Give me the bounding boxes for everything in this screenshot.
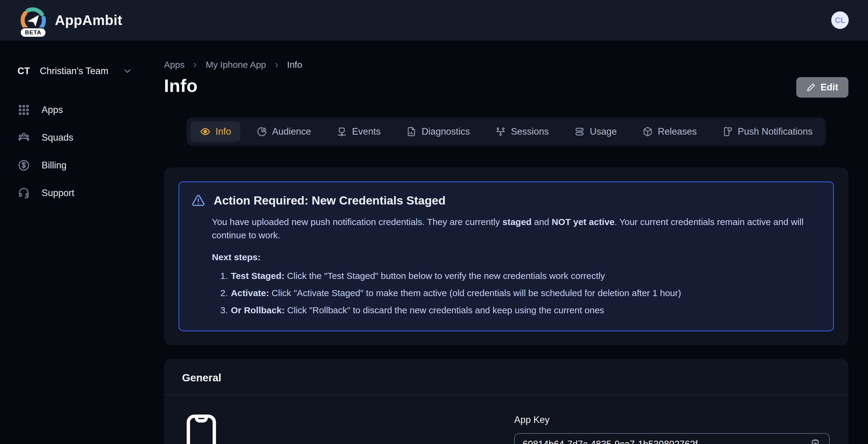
user-avatar[interactable]: CL: [831, 11, 849, 29]
tab-push-notifications[interactable]: Push Notifications: [713, 121, 822, 142]
file-chart-icon: [406, 126, 417, 137]
eye-icon: [200, 126, 211, 137]
sidebar-item-label: Billing: [41, 160, 67, 171]
squads-users-icon: [18, 131, 30, 144]
pie-chart-icon: [256, 126, 267, 137]
tab-bar: Info Audience Events: [187, 118, 826, 146]
page-title: Info: [164, 75, 198, 96]
sidebar-item-squads[interactable]: Squads: [18, 131, 164, 144]
sidebar-item-label: Squads: [41, 132, 73, 143]
step-rollback: 3.Or Rollback: Click "Rollback" to disca…: [220, 305, 820, 315]
breadcrumb-apps[interactable]: Apps: [164, 60, 184, 70]
sidebar-item-billing[interactable]: Billing: [18, 159, 164, 172]
app-key-label: App Key: [514, 414, 550, 425]
warning-triangle-icon: [191, 194, 205, 208]
tab-label: Info: [216, 126, 231, 137]
sidebar-item-support[interactable]: Support: [18, 187, 164, 199]
sidebar: CT Christian's Team Apps: [0, 40, 164, 444]
tab-events[interactable]: Events: [327, 121, 390, 142]
general-section-title: General: [182, 372, 830, 384]
main-content: Apps My Iphone App Info Info Edit: [164, 40, 868, 444]
team-name: Christian's Team: [40, 66, 108, 76]
breadcrumb: Apps My Iphone App Info: [164, 60, 848, 70]
app-logo: BETA: [19, 6, 47, 34]
next-steps-label: Next steps:: [212, 252, 820, 262]
sidebar-item-apps[interactable]: Apps: [18, 104, 164, 116]
alert-body: You have uploaded new push notification …: [212, 215, 820, 242]
app-key-input[interactable]: [523, 439, 809, 444]
breadcrumb-app-name[interactable]: My Iphone App: [206, 60, 266, 70]
events-node-icon: [336, 126, 347, 137]
tab-label: Sessions: [511, 126, 549, 137]
tab-label: Diagnostics: [422, 126, 470, 137]
brand-name: AppAmbit: [55, 12, 122, 28]
apps-grid-icon: [18, 104, 30, 116]
phone-message-icon: [722, 126, 733, 137]
tab-label: Events: [352, 126, 381, 137]
step-activate: 2.Activate: Click "Activate Staged" to m…: [220, 288, 820, 298]
breadcrumb-current: Info: [287, 60, 302, 70]
tab-audience[interactable]: Audience: [247, 121, 320, 142]
brand: BETA AppAmbit: [19, 6, 122, 34]
tab-diagnostics[interactable]: Diagnostics: [397, 121, 479, 142]
smartphone-icon: [184, 413, 514, 444]
package-cube-icon: [642, 126, 653, 137]
tab-releases[interactable]: Releases: [633, 121, 706, 142]
step-test-staged: 1.Test Staged: Click the "Test Staged" b…: [220, 271, 820, 281]
tab-label: Audience: [272, 126, 311, 137]
app-key-field: [514, 433, 830, 444]
alert-card: Action Required: New Credentials Staged …: [164, 167, 848, 345]
edit-button-label: Edit: [820, 82, 838, 93]
chevron-down-icon: [122, 66, 133, 76]
tab-usage[interactable]: Usage: [565, 121, 626, 142]
server-icon: [574, 126, 585, 137]
team-initials: CT: [18, 66, 40, 76]
tab-label: Usage: [590, 126, 617, 137]
credentials-staged-alert: Action Required: New Credentials Staged …: [179, 181, 834, 331]
top-bar: BETA AppAmbit CL: [0, 0, 868, 40]
support-headset-icon: [18, 187, 30, 199]
sessions-network-icon: [495, 126, 506, 137]
edit-button[interactable]: Edit: [796, 77, 848, 98]
tab-info[interactable]: Info: [191, 121, 240, 142]
beta-badge: BETA: [20, 27, 46, 38]
billing-dollar-icon: [18, 159, 30, 172]
general-card: General App Key: [164, 359, 848, 444]
tab-label: Releases: [658, 126, 697, 137]
next-steps-list: 1.Test Staged: Click the "Test Staged" b…: [220, 271, 820, 315]
sidebar-item-label: Apps: [41, 104, 63, 115]
chevron-right-icon: [191, 61, 199, 69]
tab-label: Push Notifications: [738, 126, 812, 137]
team-selector[interactable]: CT Christian's Team: [18, 66, 164, 76]
alert-title: Action Required: New Credentials Staged: [214, 194, 445, 207]
pencil-icon: [807, 83, 815, 92]
clipboard-copy-icon[interactable]: [809, 438, 821, 444]
sidebar-nav: Apps Squads Billing: [18, 104, 164, 199]
sidebar-item-label: Support: [41, 188, 74, 198]
chevron-right-icon: [273, 61, 281, 69]
tab-sessions[interactable]: Sessions: [486, 121, 558, 142]
